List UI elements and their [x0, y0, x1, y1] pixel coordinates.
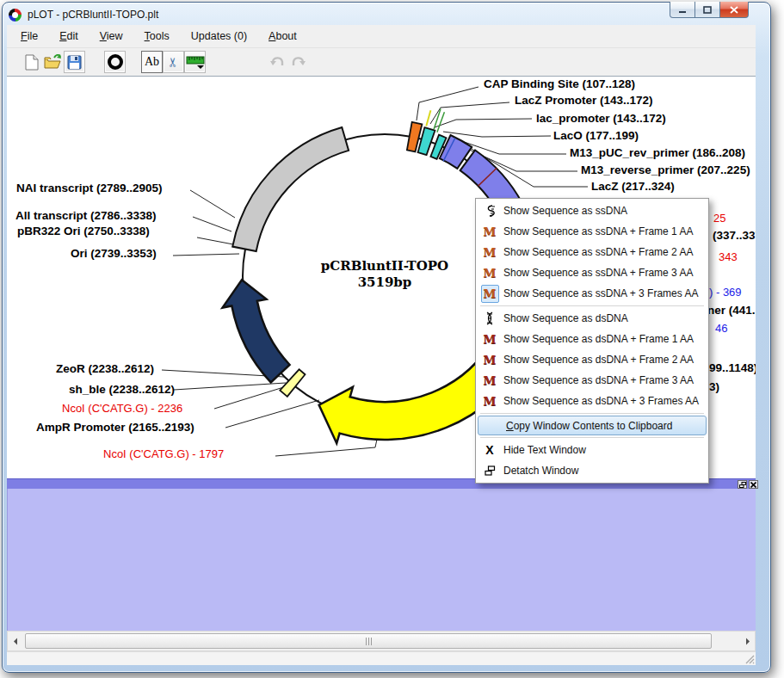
- label-fragment: 46: [715, 322, 727, 335]
- frame-aa-icon: M: [476, 226, 503, 237]
- frame-aa-icon: M: [476, 375, 503, 386]
- redo-button[interactable]: [287, 51, 309, 73]
- menu-item-ssdna-frame3[interactable]: M Show Sequence as ssDNA + Frame 3 AA: [476, 262, 708, 283]
- label-fragment: 25: [713, 212, 725, 225]
- circle-tool-icon: [107, 53, 124, 71]
- menu-separator: [480, 413, 704, 414]
- resize-grip[interactable]: [744, 654, 755, 664]
- menu-item-ssdna-3frames[interactable]: M Show Sequence as ssDNA + 3 Frames AA: [476, 283, 708, 304]
- menu-updates[interactable]: Updates (0): [191, 30, 247, 42]
- menu-item-dsdna-frame2[interactable]: M Show Sequence as dsDNA + Frame 2 AA: [476, 349, 708, 370]
- menu-item-dsdna[interactable]: Show Sequence as dsDNA: [476, 308, 708, 329]
- plasmid-name: pCRBluntII-TOPO 3519bp: [307, 258, 462, 291]
- label-fragment: 343: [719, 250, 738, 263]
- horizontal-scrollbar[interactable]: [7, 631, 756, 651]
- feature-label: M13_pUC_rev_primer (186..208): [570, 146, 745, 159]
- checked-frame-aa-icon: M: [481, 285, 499, 303]
- feature-label: lac_promoter (143..172): [536, 112, 666, 125]
- window-title: pLOT - pCRBluntII-TOPO.plt: [28, 9, 158, 21]
- panel-close-icon: [750, 482, 756, 488]
- menu-edit[interactable]: Edit: [59, 30, 78, 42]
- menu-bar: File Edit View Tools Updates (0) About: [7, 25, 756, 48]
- menu-separator: [480, 437, 704, 438]
- frame-aa-icon: M: [476, 354, 503, 366]
- menu-item-dsdna-3frames[interactable]: M Show Sequence as dsDNA + 3 Frames AA: [476, 391, 708, 411]
- scroll-right-button[interactable]: [740, 632, 755, 650]
- feature-label: pBR322 Ori (2750..3338): [17, 225, 150, 237]
- circle-tool-button[interactable]: [104, 51, 126, 73]
- text-tool-button[interactable]: Ab: [141, 51, 163, 73]
- frame-aa-icon: M: [476, 247, 503, 258]
- scrollbar-thumb[interactable]: [25, 633, 712, 649]
- menu-item-ssdna-frame1[interactable]: M Show Sequence as ssDNA + Frame 1 AA: [476, 221, 708, 242]
- minimize-button[interactable]: [670, 2, 695, 18]
- panel-detach-icon: [739, 482, 746, 488]
- scroll-left-button[interactable]: [8, 632, 22, 650]
- toolbar: Ab ✂: [7, 48, 756, 76]
- feature-label: LacZ Promoter (143..172): [515, 94, 653, 107]
- scroll-left-icon: [13, 638, 18, 645]
- label-fragment: 99..1148): [709, 361, 756, 374]
- open-folder-icon: [44, 54, 62, 70]
- plasmid-name-text: pCRBluntII-TOPO: [307, 258, 462, 274]
- menu-tools[interactable]: Tools: [145, 30, 170, 42]
- restriction-site-label: NcoI (C'CATG.G) - 2236: [62, 402, 182, 415]
- close-button[interactable]: [719, 2, 749, 18]
- status-bar: [7, 651, 756, 665]
- frame-aa-icon: M: [476, 268, 503, 279]
- maximize-icon: [703, 6, 712, 14]
- label-fragment: ner (441..4: [707, 304, 756, 317]
- label-fragment: ) - 369: [709, 286, 742, 299]
- title-bar[interactable]: pLOT - pCRBluntII-TOPO.plt: [9, 6, 158, 23]
- menu-view[interactable]: View: [100, 30, 123, 42]
- text-window-panel[interactable]: [7, 489, 756, 631]
- undo-button[interactable]: [266, 51, 287, 73]
- feature-label: All transcript (2786..3338): [15, 209, 157, 222]
- scrollbar-grip: [366, 638, 372, 645]
- menu-item-hide-text-window[interactable]: X Hide Text Window: [476, 440, 708, 460]
- menu-file[interactable]: File: [21, 30, 38, 42]
- feature-label: NAI transcript (2789..2905): [16, 182, 163, 194]
- feature-label: CAP Binding Site (107..128): [484, 77, 635, 90]
- save-floppy-icon: [67, 55, 82, 70]
- minimize-icon: [678, 6, 687, 14]
- undo-icon: [269, 56, 285, 68]
- menu-item-ssdna-frame2[interactable]: M Show Sequence as ssDNA + Frame 2 AA: [476, 242, 708, 262]
- feature-label: sh_ble (2238..2612): [69, 383, 175, 396]
- panel-detach-button[interactable]: [738, 480, 747, 489]
- scroll-right-icon: [745, 638, 750, 645]
- maximize-button[interactable]: [695, 2, 719, 18]
- save-file-button[interactable]: [64, 51, 85, 73]
- ssdna-icon: [476, 204, 503, 218]
- detach-window-icon: [476, 465, 503, 476]
- feature-zeor-arrow: [223, 280, 290, 382]
- hide-x-icon: X: [476, 443, 503, 457]
- feature-ori-arc: [232, 127, 349, 251]
- panel-close-button[interactable]: [749, 480, 758, 489]
- ruler-icon: [186, 53, 205, 71]
- caption-buttons: [670, 2, 749, 18]
- text-tool-icon: Ab: [145, 55, 159, 69]
- feature-label: AmpR Promoter (2165..2193): [36, 421, 194, 434]
- feature-label: LacZ (217..324): [591, 180, 675, 193]
- menu-item-ssdna[interactable]: Show Sequence as ssDNA: [476, 200, 708, 221]
- plasmid-size-text: 3519bp: [307, 274, 462, 291]
- feature-label: ZeoR (2238..2612): [56, 362, 154, 375]
- menu-item-dsdna-frame3[interactable]: M Show Sequence as dsDNA + Frame 3 AA: [476, 370, 708, 391]
- scissors-icon: ✂: [165, 57, 181, 68]
- menu-about[interactable]: About: [269, 30, 297, 42]
- close-icon: [730, 6, 738, 14]
- redo-icon: [291, 56, 306, 68]
- feature-label: Ori (2739..3353): [71, 247, 157, 260]
- new-file-icon: [25, 54, 39, 71]
- menu-item-detach-window[interactable]: Detatch Window: [476, 460, 708, 481]
- context-menu: Show Sequence as ssDNA M Show Sequence a…: [475, 198, 709, 484]
- cut-tool-button[interactable]: ✂: [163, 51, 184, 73]
- new-file-button[interactable]: [21, 51, 42, 73]
- menu-item-dsdna-frame1[interactable]: M Show Sequence as dsDNA + Frame 1 AA: [476, 329, 708, 349]
- ruler-tool-button[interactable]: [184, 51, 206, 73]
- restriction-site-label: NcoI (C'CATG.G) - 1797: [103, 447, 224, 460]
- menu-item-copy-window-contents[interactable]: Copy Window Contents to Clipboard: [478, 416, 707, 435]
- frame-aa-icon: M: [476, 396, 503, 407]
- open-file-button[interactable]: [42, 51, 64, 73]
